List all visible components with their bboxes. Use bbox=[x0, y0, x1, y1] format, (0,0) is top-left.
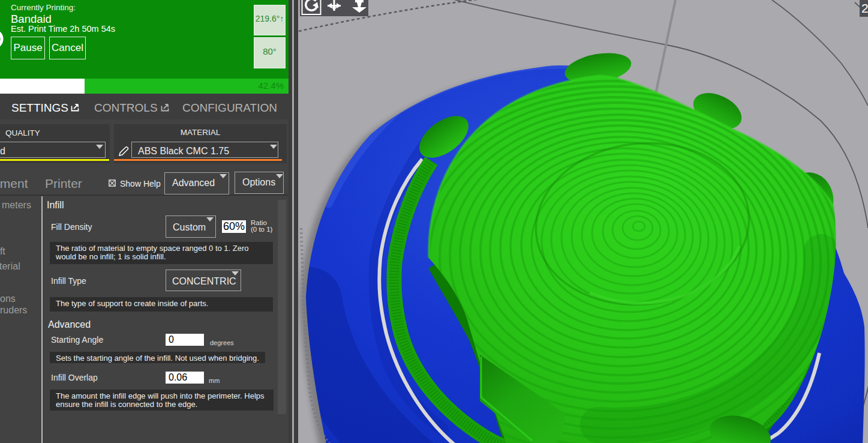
svg-text:2: 2 bbox=[861, 1, 868, 15]
